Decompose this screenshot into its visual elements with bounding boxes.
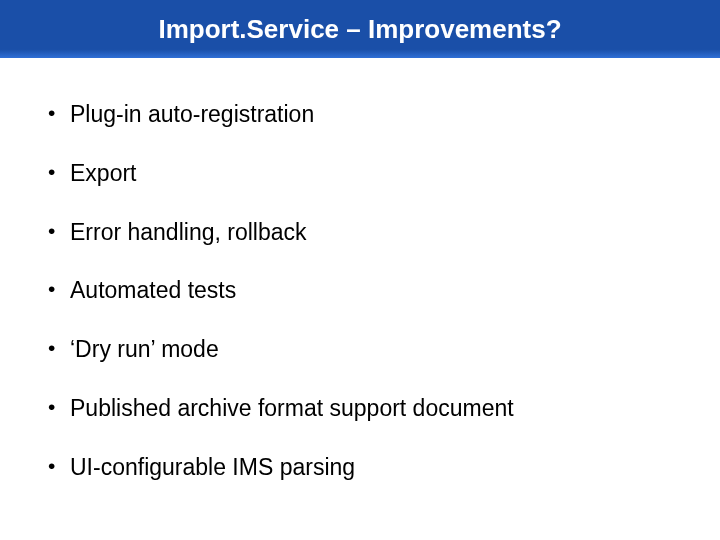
list-item: Plug-in auto-registration (48, 100, 672, 129)
list-item: Error handling, rollback (48, 218, 672, 247)
list-item: ‘Dry run’ mode (48, 335, 672, 364)
list-item: Export (48, 159, 672, 188)
slide: Import.Service – Improvements? Plug-in a… (0, 0, 720, 540)
list-item: UI-configurable IMS parsing (48, 453, 672, 482)
bullet-list: Plug-in auto-registration Export Error h… (48, 100, 672, 481)
slide-title: Import.Service – Improvements? (158, 14, 561, 45)
list-item: Automated tests (48, 276, 672, 305)
slide-content: Plug-in auto-registration Export Error h… (48, 100, 672, 511)
title-bar: Import.Service – Improvements? (0, 0, 720, 58)
list-item: Published archive format support documen… (48, 394, 672, 423)
